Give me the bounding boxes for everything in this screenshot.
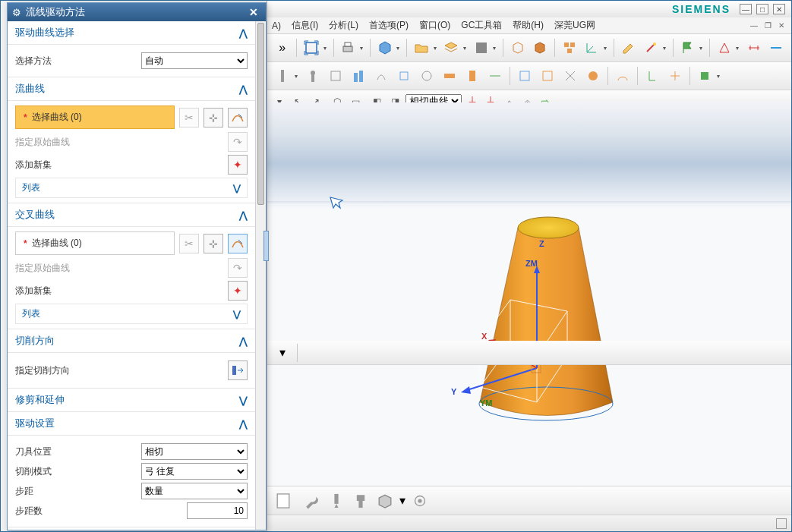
red-triangle-icon[interactable] <box>714 37 734 58</box>
folder-icon[interactable] <box>411 37 431 58</box>
dropdown-icon[interactable]: ▾ <box>396 45 402 52</box>
add-set-icon[interactable]: ✦ <box>228 281 248 301</box>
menu-help[interactable]: 帮助(H) <box>513 19 544 32</box>
mdi-restore-icon[interactable]: ❐ <box>762 21 773 30</box>
section-trim-ext[interactable]: 修剪和延伸 ⋁ <box>8 389 255 412</box>
section-drive-set[interactable]: 驱动设置 ⋀ <box>8 412 255 436</box>
minimize-button[interactable]: — <box>740 4 752 14</box>
toolbar-overflow-icon[interactable]: » <box>272 37 292 58</box>
cut-mode-combo[interactable]: 弓 往复 <box>141 463 248 480</box>
menu-gctools[interactable]: GC工具箱 <box>461 19 502 32</box>
dropdown-icon[interactable]: ▾ <box>604 45 610 52</box>
dropdown-icon[interactable]: ▾ <box>323 45 330 52</box>
mdi-minimize-icon[interactable]: — <box>749 21 759 30</box>
fit-view-icon[interactable] <box>301 37 321 58</box>
add-point-icon[interactable]: ⊹ <box>204 108 223 127</box>
cube-wire-icon[interactable] <box>507 37 528 58</box>
close-icon[interactable]: ✕ <box>246 6 261 18</box>
tool-icon[interactable] <box>514 65 535 87</box>
tool-icon[interactable] <box>537 65 558 87</box>
axis-z-label: Z <box>539 239 544 248</box>
step-combo[interactable]: 数量 <box>141 483 248 499</box>
tool-icon[interactable] <box>272 65 293 87</box>
dropdown-icon[interactable]: ▾ <box>699 45 705 52</box>
tool-icon[interactable] <box>439 65 460 87</box>
cube-blue-icon[interactable] <box>374 37 395 58</box>
resize-grip-icon[interactable] <box>776 518 787 529</box>
magic-icon[interactable] <box>640 37 661 58</box>
tool-icon[interactable] <box>325 65 346 87</box>
edit-icon[interactable] <box>618 37 639 58</box>
section-cross-curve[interactable]: 交叉曲线 ⋀ <box>8 203 255 227</box>
tool-icon[interactable] <box>302 65 323 87</box>
dialog-titlebar[interactable]: ⚙ 流线驱动方法 ✕ <box>8 3 266 21</box>
dropdown-icon[interactable]: ▾ <box>493 45 499 52</box>
tool-icon[interactable] <box>642 65 663 87</box>
box-icon[interactable] <box>375 491 395 511</box>
dropdown-icon[interactable]: ▾ <box>663 45 669 52</box>
section-drive-curve-sel[interactable]: 驱动曲线选择 ⋀ <box>8 21 255 45</box>
menu-ugnet[interactable]: 深莞UG网 <box>554 19 595 32</box>
dimension2-icon[interactable] <box>766 37 787 58</box>
tool-icon[interactable] <box>393 65 415 87</box>
step-count-input[interactable] <box>187 502 248 519</box>
section-cut-dir[interactable]: 切削方向 ⋀ <box>8 329 255 353</box>
add-point-icon[interactable]: ⊹ <box>204 234 223 253</box>
tool-icon[interactable] <box>694 65 715 87</box>
maximize-button[interactable]: □ <box>756 4 768 14</box>
dropdown-icon[interactable]: ▾ <box>360 45 366 52</box>
assembly-icon[interactable] <box>559 37 579 58</box>
tool-icon[interactable] <box>371 65 392 87</box>
layer-icon[interactable] <box>441 37 462 58</box>
curve-pick-icon[interactable] <box>228 234 248 253</box>
tool-icon[interactable] <box>484 65 506 87</box>
building-icon[interactable] <box>348 65 369 87</box>
list-toggle[interactable]: 列表 ⋁ <box>15 304 248 324</box>
dropdown-icon[interactable]: ▾ <box>434 45 440 52</box>
flag-icon[interactable] <box>677 37 698 58</box>
viewport-3d[interactable]: ZM Z Y YM X <box>267 102 791 486</box>
dialog-resizer[interactable] <box>263 231 269 261</box>
cube-solid-icon[interactable] <box>530 37 551 58</box>
menu-info[interactable]: 信息(I) <box>292 19 318 32</box>
cut-direction-icon[interactable] <box>228 360 248 380</box>
svg-rect-8 <box>281 70 284 82</box>
menu-a[interactable]: A) <box>272 20 281 31</box>
mdi-close-icon[interactable]: ✕ <box>776 21 787 30</box>
add-set-icon[interactable]: ✦ <box>228 155 248 175</box>
mill-icon[interactable] <box>351 491 371 511</box>
section-flow-curve[interactable]: 流曲线 ⋀ <box>8 77 255 101</box>
tool-pos-combo[interactable]: 相切 <box>141 443 248 460</box>
select-curve-button[interactable]: * 选择曲线 (0) <box>15 231 175 255</box>
curve-pick-icon[interactable] <box>228 108 248 127</box>
tool-icon[interactable] <box>462 65 483 87</box>
dropdown-icon[interactable]: ▾ <box>736 45 742 52</box>
select-curve-button[interactable]: * 选择曲线 (0) <box>15 105 175 129</box>
scrollbar-thumb[interactable] <box>257 23 264 205</box>
dropdown-icon[interactable]: ▾ <box>463 45 469 52</box>
svg-rect-1 <box>343 46 352 52</box>
tool-icon[interactable]: ▾ <box>272 342 293 364</box>
tool-icon[interactable] <box>560 65 581 87</box>
tool-icon[interactable] <box>416 65 437 87</box>
list-toggle[interactable]: 列表 ⋁ <box>15 178 248 198</box>
menu-analyze[interactable]: 分析(L) <box>329 19 358 32</box>
method-combo[interactable]: 自动 <box>141 52 248 69</box>
sheet-icon[interactable] <box>273 491 293 511</box>
drill-icon[interactable] <box>327 491 346 511</box>
csys-icon[interactable] <box>582 37 602 58</box>
svg-point-36 <box>418 499 421 502</box>
print-icon[interactable] <box>338 37 358 58</box>
section-more[interactable]: 更多 ⋁ <box>8 527 255 530</box>
tool-icon[interactable] <box>664 65 686 87</box>
shade-icon[interactable] <box>471 37 491 58</box>
gear-small-icon[interactable] <box>410 491 430 511</box>
dimension-icon[interactable] <box>743 37 764 58</box>
menu-window[interactable]: 窗口(O) <box>419 19 450 32</box>
menu-prefs[interactable]: 首选项(P) <box>369 19 409 32</box>
close-window-button[interactable]: ✕ <box>773 4 785 14</box>
wrench-icon[interactable] <box>302 491 322 511</box>
dialog-scrollbar[interactable] <box>255 21 266 530</box>
tool-icon[interactable] <box>612 65 633 87</box>
tool-icon[interactable] <box>582 65 604 87</box>
